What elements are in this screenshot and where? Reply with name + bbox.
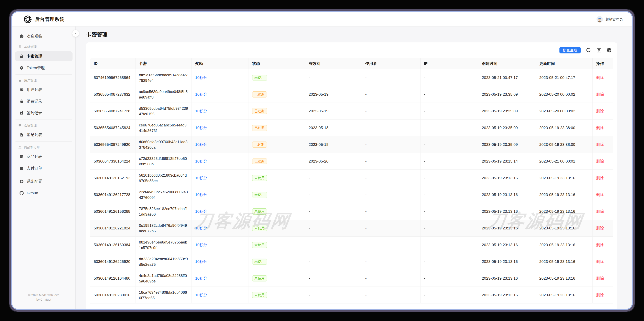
cell-created: 2023-05-19 23:35:09 bbox=[478, 86, 536, 103]
sidebar-item-message-list[interactable]: 消息列表 bbox=[15, 130, 72, 140]
cell-validity: 2023-05-20 bbox=[305, 153, 362, 170]
status-badge: 未使用 bbox=[252, 292, 267, 298]
cell-key: d0d60cfa3e09760b43c11ad3378420ca bbox=[136, 136, 192, 153]
cell-status: 未使用 bbox=[249, 186, 305, 203]
sidebar-item-welcome[interactable]: 欢迎观临 bbox=[15, 32, 72, 41]
wallet-icon bbox=[20, 166, 24, 170]
delete-link[interactable]: 删除 bbox=[596, 159, 604, 163]
reward-link[interactable]: 10积分 bbox=[195, 126, 207, 130]
delete-link[interactable]: 删除 bbox=[596, 209, 604, 213]
sidebar-item-product-list[interactable]: 商品列表 bbox=[15, 152, 72, 162]
cell-actions: 删除 bbox=[593, 287, 613, 303]
delete-link[interactable]: 删除 bbox=[596, 76, 604, 80]
cell-key: 22cf4d493bc7e520068002434376009f bbox=[136, 186, 192, 203]
reward-link[interactable]: 10积分 bbox=[195, 276, 207, 280]
column-height-icon[interactable] bbox=[596, 48, 602, 53]
cell-status: 已过期 bbox=[249, 86, 305, 103]
delete-link[interactable]: 删除 bbox=[596, 126, 604, 130]
sidebar-item-checkin-records[interactable]: 签到记录 bbox=[15, 108, 72, 118]
cell-user: - bbox=[362, 170, 420, 186]
cell-status: 未使用 bbox=[249, 253, 305, 270]
column-header-id: ID bbox=[90, 58, 136, 69]
cell-id: 50360149126217728 bbox=[90, 186, 136, 203]
cell-status: 未使用 bbox=[249, 203, 305, 220]
sidebar-item-payment-orders[interactable]: 支付订单 bbox=[15, 163, 72, 173]
reward-link[interactable]: 10积分 bbox=[195, 209, 207, 213]
reward-link[interactable]: 10积分 bbox=[195, 243, 207, 247]
openai-logo-icon bbox=[24, 15, 32, 24]
cell-status: 未使用 bbox=[249, 270, 305, 287]
cell-created: 2023-05-19 23:13:16 bbox=[478, 186, 536, 203]
sidebar-item-github[interactable]: Github bbox=[15, 188, 72, 198]
sidebar-item-user-list[interactable]: 用户列表 bbox=[15, 85, 72, 95]
cell-id: 50360149126230016 bbox=[90, 287, 136, 303]
status-badge: 未使用 bbox=[252, 242, 267, 248]
sidebar-item-card-management[interactable]: 卡密管理 bbox=[15, 51, 72, 61]
sidebar-item-consumption-records[interactable]: 消费记录 bbox=[15, 97, 72, 106]
reward-link[interactable]: 10积分 bbox=[195, 226, 207, 230]
shield-icon bbox=[20, 66, 24, 70]
delete-link[interactable]: 删除 bbox=[596, 259, 604, 264]
status-badge: 已过期 bbox=[252, 142, 267, 148]
app-window: 后台管理系统 超级管理员 bbox=[12, 12, 632, 309]
delete-link[interactable]: 删除 bbox=[596, 192, 604, 197]
reward-link[interactable]: 10积分 bbox=[195, 76, 207, 80]
cell-actions: 删除 bbox=[593, 136, 613, 153]
cell-actions: 删除 bbox=[593, 170, 613, 186]
cell-validity: 2023-05-19 bbox=[305, 103, 362, 120]
refresh-icon[interactable] bbox=[586, 48, 591, 53]
sidebar-item-label: 支付订单 bbox=[27, 166, 42, 171]
cell-ip: - bbox=[420, 203, 478, 220]
sidebar-item-label: 商品列表 bbox=[27, 154, 42, 159]
smile-icon bbox=[20, 34, 24, 38]
delete-link[interactable]: 删除 bbox=[596, 142, 604, 147]
table-card: 批量生成 bbox=[86, 43, 617, 309]
reward-link[interactable]: 10积分 bbox=[195, 176, 207, 180]
sidebar-collapse-button[interactable] bbox=[72, 30, 79, 37]
cell-ip: - bbox=[420, 103, 478, 120]
reward-link[interactable]: 10积分 bbox=[195, 92, 207, 97]
cell-reward: 10积分 bbox=[192, 120, 249, 136]
reward-link[interactable]: 10积分 bbox=[195, 159, 207, 163]
cell-id: 50360149126156288 bbox=[90, 203, 136, 220]
sidebar-section-label: 会话管理 bbox=[24, 123, 37, 128]
reward-link[interactable]: 10积分 bbox=[195, 142, 207, 147]
cell-actions: 删除 bbox=[593, 270, 613, 287]
delete-link[interactable]: 删除 bbox=[596, 176, 604, 180]
cell-updated: 2023-05-19 23:13:16 bbox=[536, 220, 593, 237]
cell-created: 2023-05-19 23:13:16 bbox=[478, 287, 536, 303]
cell-user: - bbox=[362, 186, 420, 203]
cell-updated: 2023-05-19 23:38:00 bbox=[536, 136, 593, 153]
chevron-left-icon bbox=[74, 32, 78, 35]
status-badge: 未使用 bbox=[252, 175, 267, 181]
cell-ip: - bbox=[420, 170, 478, 186]
delete-link[interactable]: 删除 bbox=[596, 276, 604, 280]
reward-link[interactable]: 10积分 bbox=[195, 293, 207, 297]
reward-link[interactable]: 10积分 bbox=[195, 109, 207, 113]
delete-link[interactable]: 删除 bbox=[596, 109, 604, 113]
crown-icon bbox=[18, 79, 22, 82]
sidebar-item-system-config[interactable]: 系统配置 bbox=[15, 177, 72, 186]
batch-generate-button[interactable]: 批量生成 bbox=[560, 47, 581, 54]
delete-link[interactable]: 删除 bbox=[596, 226, 604, 230]
delete-link[interactable]: 删除 bbox=[596, 92, 604, 97]
delete-link[interactable]: 删除 bbox=[596, 293, 604, 297]
cell-actions: 删除 bbox=[593, 120, 613, 136]
file-icon bbox=[20, 133, 24, 137]
sidebar-item-label: 系统配置 bbox=[27, 179, 42, 184]
user-menu[interactable]: 超级管理员 bbox=[596, 16, 623, 23]
table-toolbar: 批量生成 bbox=[90, 43, 613, 58]
sidebar-item-token-management[interactable]: Token管理 bbox=[15, 63, 72, 73]
cell-actions: 删除 bbox=[593, 69, 613, 86]
delete-link[interactable]: 删除 bbox=[596, 243, 604, 247]
setting-icon[interactable] bbox=[606, 48, 612, 53]
reward-link[interactable]: 10积分 bbox=[195, 192, 207, 197]
cell-validity: - bbox=[305, 287, 362, 303]
main-content: 卡密管理 批量生成 bbox=[76, 27, 632, 309]
reward-link[interactable]: 10积分 bbox=[195, 259, 207, 264]
sidebar-section-label: 基础管理 bbox=[24, 45, 37, 49]
cell-created: 2023-05-19 23:13:16 bbox=[478, 270, 536, 287]
cell-id: 50365654087237632 bbox=[90, 86, 136, 103]
table-row: 50360149126221824 0e198132cdb8476a90f0f9… bbox=[90, 220, 613, 237]
cell-validity: - bbox=[305, 203, 362, 220]
